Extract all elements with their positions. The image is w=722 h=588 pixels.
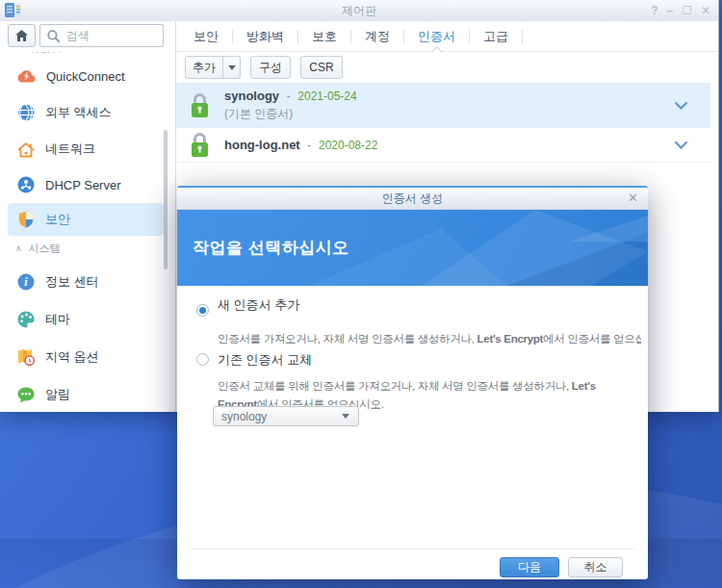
option-label-replace[interactable]: 기존 인증서 교체 — [218, 350, 312, 370]
tab-firewall[interactable]: 방화벽 — [233, 22, 297, 51]
tab-certificate[interactable]: 인증서 — [404, 22, 469, 51]
quickconnect-cloud-icon — [17, 69, 36, 83]
help-icon[interactable]: ? — [651, 0, 658, 21]
home-icon — [15, 30, 28, 41]
option-label-add-new[interactable]: 새 인증서 추가 — [218, 295, 299, 315]
dialog-footer-divider — [191, 549, 634, 550]
add-button[interactable]: 추가 — [185, 56, 223, 79]
certificate-date: 2020-08-22 — [319, 139, 377, 152]
certificate-creation-dialog: 인증서 생성 ✕ 작업을 선택하십시오 새 인증서 추가 인증서를 가져오거나,… — [177, 186, 648, 579]
sidebar-item-label: 테마 — [45, 311, 70, 328]
security-shield-icon — [17, 211, 35, 228]
certificate-toolbar: 추가 구성 CSR — [185, 56, 343, 79]
radio-replace-existing-certificate[interactable] — [196, 353, 209, 366]
sidebar-item-regional-options[interactable]: 지역 옵션 — [0, 339, 175, 375]
chevron-up-icon: ∧ — [15, 243, 22, 253]
sidebar-item-security[interactable]: 보안 — [0, 201, 175, 238]
window-controls: ? – ☐ ✕ — [651, 0, 710, 21]
notification-bubble-icon — [17, 387, 35, 403]
sidebar-item-info-center[interactable]: i 정보 센터 — [0, 264, 175, 300]
window-title: 제어판 — [0, 0, 718, 21]
dialog-heading: 작업을 선택하십시오 — [193, 210, 349, 286]
tab-divider — [522, 30, 523, 43]
close-icon[interactable]: ✕ — [701, 0, 710, 21]
option-description-add-new: 인증서를 가져오거나, 자체 서명 인증서를 생성하거나, Let's Encr… — [218, 330, 641, 348]
dialog-banner: 작업을 선택하십시오 — [177, 210, 648, 286]
minimize-icon[interactable]: – — [666, 0, 673, 21]
tab-protection[interactable]: 보호 — [298, 22, 350, 51]
info-icon: i — [17, 273, 35, 291]
sidebar-scrollbar[interactable] — [164, 130, 168, 269]
csr-button[interactable]: CSR — [300, 56, 343, 79]
certificate-select-value: synology — [221, 410, 267, 423]
chevron-down-icon — [228, 65, 236, 70]
globe-icon — [17, 104, 35, 121]
close-icon[interactable]: ✕ — [628, 188, 638, 209]
dialog-title: 인증서 생성 — [177, 188, 648, 209]
dhcp-server-icon — [17, 176, 35, 193]
tab-security[interactable]: 보안 — [180, 22, 232, 51]
certificate-date: 2021-05-24 — [297, 89, 356, 103]
sidebar-item-dhcp-server[interactable]: DHCP Server — [0, 166, 175, 203]
desktop: 제어판 ? – ☐ ✕ — [0, 0, 722, 588]
configure-button[interactable]: 구성 — [250, 56, 291, 79]
chevron-down-icon[interactable] — [675, 141, 687, 149]
certificate-name: synology — [224, 89, 279, 103]
lock-icon — [190, 92, 210, 118]
lock-icon — [190, 132, 210, 158]
search-box[interactable] — [39, 24, 164, 47]
tab-advanced[interactable]: 고급 — [470, 22, 522, 51]
sidebar-item-label: 네트워크 — [45, 141, 95, 158]
regional-options-map-icon — [17, 348, 35, 366]
sidebar-item-label: 알림 — [45, 386, 70, 403]
sidebar-item-label: 보안 — [45, 211, 70, 228]
add-split-button: 추가 — [185, 56, 241, 79]
next-button[interactable]: 다음 — [500, 557, 559, 577]
radio-add-new-certificate[interactable] — [196, 304, 209, 317]
search-icon — [47, 30, 60, 42]
dialog-titlebar[interactable]: 인증서 생성 ✕ — [177, 188, 648, 210]
tab-bar: 보안 방화벽 보호 계정 인증서 고급 — [176, 21, 718, 52]
certificate-row-hong-log[interactable]: hong-log.net - 2020-08-22 — [176, 128, 710, 163]
add-dropdown-button[interactable] — [223, 56, 241, 79]
sidebar-item-network[interactable]: 네트워크 — [0, 131, 175, 167]
theme-palette-icon — [17, 311, 35, 328]
sidebar: ∧연결성 QuickConnect — [0, 21, 176, 412]
maximize-icon[interactable]: ☐ — [682, 0, 692, 21]
cancel-button[interactable]: 취소 — [568, 557, 623, 577]
sidebar-item-label: 지역 옵션 — [45, 348, 99, 366]
window-titlebar[interactable]: 제어판 ? – ☐ ✕ — [0, 0, 718, 22]
home-button[interactable] — [8, 24, 36, 47]
certificate-row-synology[interactable]: synology - 2021-05-24 (기본 인증서) — [176, 83, 710, 128]
chevron-down-icon — [342, 414, 349, 419]
sidebar-item-label: 정보 센터 — [45, 273, 99, 291]
certificate-note: (기본 인증서) — [224, 106, 710, 122]
sidebar-item-quickconnect[interactable]: QuickConnect — [0, 58, 175, 94]
search-input[interactable] — [64, 28, 151, 43]
chevron-down-icon[interactable] — [675, 102, 687, 110]
sidebar-item-label: DHCP Server — [45, 178, 121, 192]
chevron-up-icon: ∧ — [15, 52, 22, 53]
sidebar-section-system[interactable]: ∧ 시스템 — [15, 241, 61, 256]
network-home-icon — [17, 141, 35, 158]
sidebar-item-label: QuickConnect — [46, 69, 125, 84]
certificate-name: hong-log.net — [224, 138, 300, 152]
sidebar-item-external-access[interactable]: 외부 액세스 — [0, 94, 175, 131]
certificate-select[interactable]: synology — [213, 406, 359, 426]
sidebar-section-connectivity: ∧연결성 — [15, 46, 63, 53]
sidebar-item-theme[interactable]: 테마 — [0, 301, 175, 338]
sidebar-item-notification[interactable]: 알림 — [0, 376, 175, 413]
sidebar-item-label: 외부 액세스 — [45, 104, 112, 121]
tab-account[interactable]: 계정 — [351, 22, 403, 51]
